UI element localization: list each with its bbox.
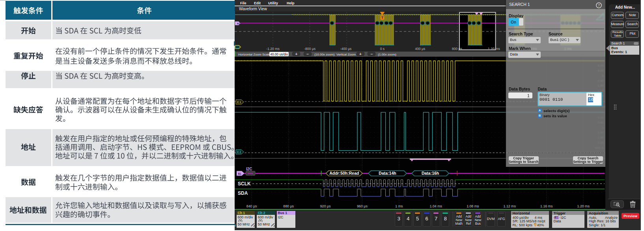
svg-text:B1: B1 — [237, 22, 240, 25]
svg-text:C 1: C 1 — [237, 101, 241, 103]
svg-text:880 µs: 880 µs — [283, 204, 294, 208]
svg-text:Addr:50h:Read: Addr:50h:Read — [329, 171, 359, 176]
svg-text:1.08 ms: 1.08 ms — [467, 204, 479, 208]
svg-text:800 µs: 800 µs — [452, 47, 462, 51]
svg-text:400 µs: 400 µs — [415, 47, 425, 51]
svg-text:1.20 ms: 1.20 ms — [488, 47, 500, 51]
svg-text:-1.20 ms: -1.20 ms — [266, 47, 279, 51]
svg-text:1.04 ms: 1.04 ms — [430, 204, 442, 208]
svg-text:1 ms: 1 ms — [395, 204, 403, 208]
svg-text:Data:16h: Data:16h — [422, 171, 439, 176]
svg-text:1.12 ms: 1.12 ms — [504, 204, 516, 208]
svg-text:Data:14h: Data:14h — [379, 171, 396, 176]
svg-text:I2C: I2C — [246, 167, 252, 171]
svg-text:T: T — [381, 16, 384, 20]
svg-text:C 2: C 2 — [237, 151, 241, 153]
svg-text:-800 µs: -800 µs — [304, 47, 315, 51]
svg-text:960 µs: 960 µs — [357, 204, 368, 208]
svg-text:1.20 ms: 1.20 ms — [577, 204, 590, 208]
svg-text:0 s: 0 s — [380, 47, 385, 51]
svg-text:SCLK: SCLK — [238, 181, 251, 187]
svg-text:-400 µs: -400 µs — [340, 47, 352, 51]
svg-text:920 µs: 920 µs — [320, 204, 331, 208]
svg-text:1.16 ms: 1.16 ms — [540, 204, 553, 208]
svg-text:B1: B1 — [238, 172, 242, 175]
svg-text:?: ? — [598, 3, 600, 7]
svg-text:SDA: SDA — [238, 190, 248, 196]
svg-text:840 µs: 840 µs — [246, 204, 257, 208]
